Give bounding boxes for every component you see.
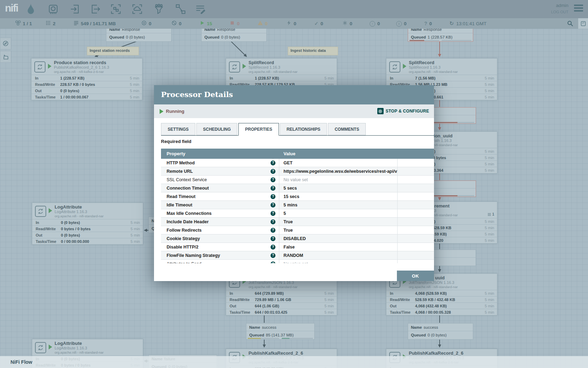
hand-icon[interactable] xyxy=(0,51,11,63)
dialog-tabs: SETTINGSSCHEDULINGPROPERTIESRELATIONSHIP… xyxy=(161,123,434,136)
flow-label[interactable]: Ingest historic data xyxy=(288,47,338,55)
property-extra-cell xyxy=(398,192,434,200)
help-icon[interactable]: ? xyxy=(271,253,275,258)
sync-failure-stat: !0 xyxy=(396,18,407,29)
stat-value: 644 (1.06 GB) xyxy=(255,304,318,308)
help-icon[interactable]: ? xyxy=(271,236,275,241)
stat-window: 5 min xyxy=(125,239,143,244)
settings-tile-icon[interactable] xyxy=(578,18,588,29)
stat-value: 644 (729.89 MB) xyxy=(255,291,318,295)
processor-type: LogAttribute 1.16.3 xyxy=(55,346,87,350)
output-port-icon[interactable] xyxy=(90,4,100,14)
property-name-cell: Idle Timeout? xyxy=(161,201,279,209)
stat-window: 5 min xyxy=(479,232,497,236)
stat-label: Tasks/Time xyxy=(226,310,255,314)
top-toolbar: nifi admin LOG OUT xyxy=(0,0,588,18)
connection-queued-row: Queued0 (0 bytes) xyxy=(408,331,473,339)
template-icon[interactable] xyxy=(175,4,186,14)
stopped-stat: 0 xyxy=(230,18,240,29)
stat-value: 0 (0 bytes) xyxy=(61,220,125,225)
help-icon[interactable]: ? xyxy=(271,211,275,216)
stat-window: 5 min xyxy=(479,149,497,154)
help-icon[interactable]: ? xyxy=(271,245,275,250)
dialog-header: Processor Details xyxy=(154,85,434,104)
logout-link[interactable]: LOG OUT xyxy=(551,10,568,14)
funnel-icon[interactable] xyxy=(154,4,164,14)
stat-value: 0 xyxy=(404,21,407,26)
help-icon[interactable]: ? xyxy=(271,161,275,165)
processor-header: SplitRecordSplitRecord 1.16.3org.apache.… xyxy=(226,59,337,75)
cluster-icon xyxy=(15,20,21,27)
stat-window: 5 min xyxy=(124,95,142,99)
input-port-icon[interactable] xyxy=(70,4,80,14)
help-icon[interactable]: ? xyxy=(271,261,275,264)
stat-value: 0 xyxy=(265,21,268,26)
tab-properties[interactable]: PROPERTIES xyxy=(238,123,279,136)
help-icon[interactable]: ? xyxy=(271,169,275,174)
stat-row-rw: Read/Write0 bytes / 0 bytes5 min xyxy=(32,225,143,232)
threads-stat: 2 xyxy=(46,18,56,29)
property-row: Follow Redirects?True xyxy=(161,226,434,234)
stop-and-configure-button[interactable]: STOP & CONFIGURE xyxy=(377,108,429,114)
help-icon[interactable]: ? xyxy=(271,186,275,191)
search-button[interactable] xyxy=(567,18,573,29)
stat-row-out: Out644 (1.06 GB)5 min xyxy=(226,302,337,309)
last-refresh-time[interactable]: ↻ 13:01:41 GMT xyxy=(449,18,486,29)
connection-label[interactable]: NamesuccessQueued85 (141.37 MB) xyxy=(246,323,315,340)
property-value-cell: 15 secs xyxy=(279,192,398,200)
processor-icon[interactable] xyxy=(48,4,58,14)
stat-value: 549 / 141.71 MB xyxy=(81,21,116,26)
property-value-cell: 5 secs xyxy=(279,184,398,192)
property-name-cell: Cookie Strategy? xyxy=(161,234,279,243)
help-icon[interactable]: ? xyxy=(271,219,275,224)
queued-key: Queued xyxy=(204,35,219,39)
help-icon[interactable]: ? xyxy=(271,228,275,233)
connection-label[interactable]: NamesuccessQueued0 (0 bytes) xyxy=(408,323,473,340)
stat-value: 1 / 1 xyxy=(23,21,32,26)
stat-row-in: In1 (228.57 KB)5 min xyxy=(31,75,142,81)
help-icon[interactable]: ? xyxy=(271,194,275,199)
refresh-icon[interactable]: ↻ xyxy=(449,20,454,27)
compass-icon[interactable] xyxy=(0,38,11,49)
property-name-cell: Read Timeout? xyxy=(161,192,279,200)
global-menu-icon[interactable] xyxy=(574,5,583,13)
property-value-cell: No value set xyxy=(279,176,398,184)
processor-logattribute[interactable]: LogAttributeLogAttribute 1.16.3org.apach… xyxy=(32,203,143,245)
stat-window: 5 min xyxy=(479,219,497,224)
running-icon xyxy=(243,64,246,69)
stat-window: 5 min xyxy=(479,226,497,230)
tab-relationships[interactable]: RELATIONSHIPS xyxy=(280,123,327,135)
label-icon[interactable] xyxy=(195,4,205,14)
process-group-icon[interactable] xyxy=(111,4,121,14)
breadcrumb[interactable]: NiFi Flow xyxy=(10,359,32,365)
queue-fill xyxy=(410,40,424,41)
stat-window: 5 min xyxy=(479,95,497,99)
stat-label: Out xyxy=(386,304,415,308)
status-bar: 1 / 12549 / 141.71 MB0015000✓00↑0!0?0 ↻ … xyxy=(0,18,588,29)
flow-label[interactable]: Ingest station records xyxy=(87,47,139,55)
help-icon[interactable]: ? xyxy=(271,203,275,207)
property-row: SSL Context Service?No value set xyxy=(161,176,434,184)
disabled-stat: 0 xyxy=(286,18,296,29)
threads-icon xyxy=(46,20,51,27)
remote-process-group-icon[interactable] xyxy=(132,4,142,14)
property-row: Remote URL?https://www.pegelonline.wsv.d… xyxy=(161,167,434,176)
queued-value: 0 (0 bytes) xyxy=(221,35,240,39)
stat-window: 5 min xyxy=(479,162,497,166)
queue-indicator-bars xyxy=(410,40,471,41)
tab-settings[interactable]: SETTINGS xyxy=(161,123,195,135)
dialog-title: Processor Details xyxy=(161,90,233,99)
running-icon xyxy=(48,64,51,69)
tab-comments[interactable]: COMMENTS xyxy=(328,123,366,135)
property-name: Follow Redirects xyxy=(167,228,271,233)
property-name: Connection Timeout xyxy=(167,186,271,191)
tab-scheduling[interactable]: SCHEDULING xyxy=(196,123,237,135)
property-name-cell: FlowFile Naming Strategy? xyxy=(161,251,279,259)
property-name: Remote URL xyxy=(167,169,271,174)
processor-produce-station-records[interactable]: Produce station recordsPublishKafkaRecor… xyxy=(31,58,142,100)
property-name: SSL Context Service xyxy=(167,177,271,182)
help-icon[interactable]: ? xyxy=(271,177,275,182)
ok-button[interactable]: OK xyxy=(397,271,434,281)
property-name: FlowFile Naming Strategy xyxy=(167,253,271,258)
running-icon xyxy=(49,208,52,213)
